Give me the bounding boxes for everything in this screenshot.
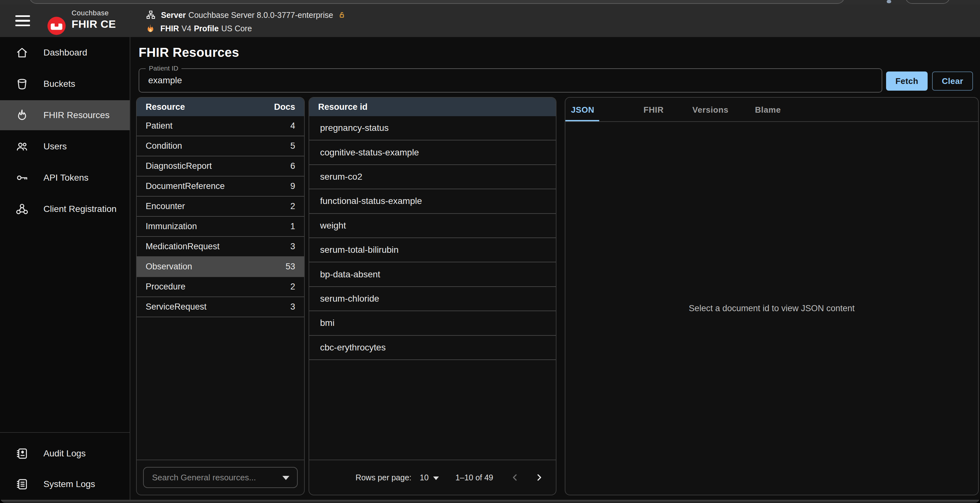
list-item[interactable]: bp-data-absent (309, 262, 556, 287)
resource-table-card: Resource Docs Patient4 Condition5 Diagno… (136, 97, 305, 495)
screen: Couchbase FHIR CE Server Couchbase Serve (0, 0, 980, 503)
chevron-down-icon (282, 476, 290, 480)
server-value: Couchbase Server 8.0.0-3777-enterprise (188, 11, 333, 20)
sidebar-item-api-tokens[interactable]: API Tokens (0, 163, 130, 193)
unlock-icon (337, 10, 347, 20)
document-table-header: Resource id (309, 98, 556, 116)
list-item[interactable]: functional-status-example (309, 189, 556, 214)
table-row[interactable]: ServiceRequest3 (137, 297, 304, 317)
sidebar-item-label: Client Registration (43, 204, 116, 214)
viewer-tabs: JSON FHIR Versions Blame (565, 98, 978, 122)
pagination: Rows per page: 10 1–10 of 49 (316, 470, 549, 485)
table-row[interactable]: DocumentReference9 (137, 176, 304, 197)
browser-profile-chip (905, 0, 950, 4)
bucket-icon (15, 77, 29, 90)
sidebar-item-client-registration[interactable]: Client Registration (0, 194, 130, 224)
fetch-button[interactable]: Fetch (886, 71, 928, 90)
audit-log-icon (15, 447, 29, 460)
menu-hamburger-icon[interactable] (15, 14, 30, 27)
sidebar-item-users[interactable]: Users (0, 132, 130, 162)
sidebar-item-label: Buckets (43, 79, 75, 89)
table-row-selected[interactable]: Observation53 (137, 257, 304, 277)
tab-json[interactable]: JSON (571, 98, 594, 122)
browser-chrome-strip (0, 0, 980, 5)
home-icon (15, 46, 29, 59)
profile-row: FHIR V4 Profile US Core (146, 22, 352, 35)
col-resource-id: Resource id (318, 102, 368, 112)
table-row[interactable]: Immunization1 (137, 217, 304, 237)
users-icon (15, 140, 29, 153)
profile-value: US Core (221, 24, 252, 33)
lan-server-icon (146, 10, 156, 20)
app-header: Couchbase FHIR CE Server Couchbase Serve (0, 5, 980, 37)
brand-name: Couchbase (72, 10, 116, 17)
patient-id-field[interactable]: Patient ID (138, 68, 882, 92)
main-content: FHIR Resources Patient ID Fetch Clear Re… (131, 37, 980, 500)
table-row[interactable]: Condition5 (137, 136, 304, 156)
chevron-down-icon (433, 476, 439, 480)
clear-button[interactable]: Clear (932, 71, 973, 90)
list-item[interactable]: pregnancy-status (309, 116, 556, 140)
profile-label: Profile (194, 24, 219, 33)
sidebar-item-fhir-resources[interactable]: FHIR Resources (0, 100, 130, 130)
sidebar-item-system-logs[interactable]: System Logs (0, 470, 130, 498)
list-item[interactable]: serum-chloride (309, 287, 556, 311)
list-item[interactable]: serum-total-bilirubin (309, 238, 556, 262)
sidebar-divider (0, 432, 130, 433)
table-row[interactable]: Procedure2 (137, 277, 304, 297)
server-label: Server (161, 11, 186, 20)
general-resources-placeholder: Search General resources... (152, 473, 256, 482)
flame-icon (146, 23, 155, 33)
previous-page-button[interactable] (507, 470, 523, 485)
tab-blame[interactable]: Blame (755, 98, 781, 122)
table-row[interactable]: MedicationRequest3 (137, 237, 304, 257)
fhir-label: FHIR (160, 24, 179, 33)
next-page-button[interactable] (531, 470, 547, 485)
flame-outline-icon (15, 108, 29, 122)
general-resources-select[interactable]: Search General resources... (143, 467, 298, 488)
list-item[interactable]: serum-co2 (309, 165, 556, 189)
system-log-icon (15, 478, 29, 491)
pagination-range: 1–10 of 49 (455, 473, 493, 482)
tab-fhir[interactable]: FHIR (643, 98, 663, 122)
sidebar-item-buckets[interactable]: Buckets (0, 69, 130, 99)
resource-table-header: Resource Docs (137, 98, 304, 116)
sidebar-item-label: System Logs (43, 479, 95, 489)
webhook-icon (15, 202, 29, 216)
sidebar-item-label: Audit Logs (43, 448, 86, 459)
tab-versions[interactable]: Versions (692, 98, 728, 122)
brand-text: Couchbase FHIR CE (72, 10, 116, 29)
list-item[interactable]: bmi (309, 311, 556, 335)
brand-product: FHIR CE (72, 19, 116, 29)
viewer-body: Select a document id to view JSON conten… (565, 122, 978, 495)
fhir-version: V4 (181, 24, 191, 33)
list-item[interactable]: cbc-erythrocytes (309, 336, 556, 360)
sidebar: Dashboard Buckets (0, 37, 130, 500)
list-item[interactable]: cognitive-status-example (309, 140, 556, 165)
document-table-body: pregnancy-status cognitive-status-exampl… (309, 116, 556, 460)
sidebar-item-label: API Tokens (43, 173, 89, 183)
page-title: FHIR Resources (138, 45, 239, 60)
document-card-footer: Rows per page: 10 1–10 of 49 (309, 460, 556, 495)
sidebar-item-audit-logs[interactable]: Audit Logs (0, 438, 130, 468)
viewer-card: JSON FHIR Versions Blame Select a docume… (565, 97, 979, 495)
sidebar-item-dashboard[interactable]: Dashboard (0, 38, 130, 68)
document-table-card: Resource id pregnancy-status cognitive-s… (309, 97, 557, 495)
rows-per-page-label: Rows per page: (356, 473, 411, 482)
list-item[interactable]: weight (309, 214, 556, 238)
couchbase-logo (47, 16, 67, 36)
table-row[interactable]: DiagnosticReport6 (137, 156, 304, 176)
table-row[interactable]: Patient4 (137, 116, 304, 136)
rows-per-page-select[interactable]: 10 (420, 473, 439, 482)
server-info: Server Couchbase Server 8.0.0-3777-enter… (146, 9, 352, 36)
resource-card-footer: Search General resources... (137, 460, 304, 495)
sidebar-item-label: Dashboard (43, 48, 87, 58)
sidebar-item-label: Users (43, 141, 67, 152)
table-row[interactable]: Encounter2 (137, 197, 304, 217)
browser-urlbar-hint (29, 0, 845, 4)
server-row: Server Couchbase Server 8.0.0-3777-enter… (146, 9, 352, 21)
sidebar-item-label: FHIR Resources (43, 110, 110, 120)
viewer-empty-message: Select a document id to view JSON conten… (689, 303, 854, 313)
col-docs: Docs (274, 102, 295, 112)
patient-id-input[interactable] (148, 69, 854, 92)
